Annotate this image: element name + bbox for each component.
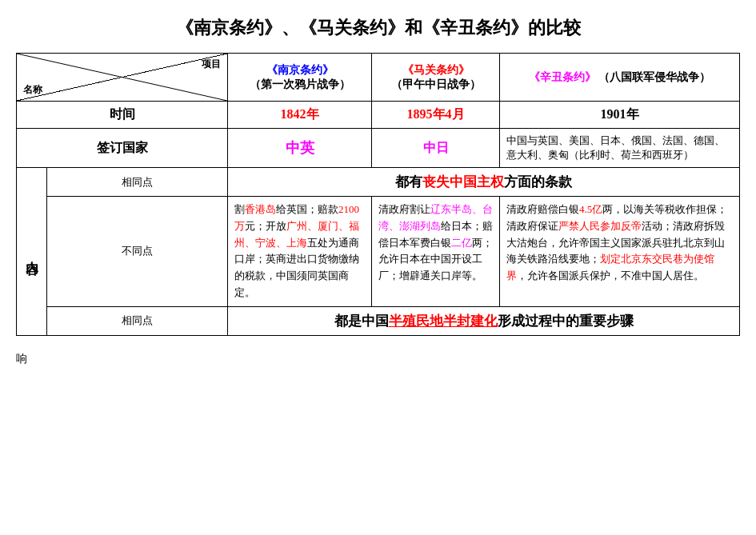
same-point-intro: 都有 — [395, 174, 422, 190]
xinchou-subtitle: （八国联军侵华战争） — [598, 71, 710, 83]
nanjing-subtitle: （第一次鸦片战争） — [250, 78, 350, 90]
same-keyword: 丧失中国主权 — [422, 174, 504, 190]
content-bottom-same-row: 相同点 都是中国半殖民地半封建化形成过程中的重要步骤 — [17, 306, 740, 335]
xinchou-sign: 中国与英国、美国、日本、俄国、法国、德国、意大利、奥匈（比利时、荷兰和西班牙） — [500, 129, 740, 168]
header-maguan: 《马关条约》 （甲午中日战争） — [372, 54, 500, 102]
time-row: 时间 1842年 1895年4月 1901年 — [17, 102, 740, 129]
bottom-same-text-cell: 都是中国半殖民地半封建化形成过程中的重要步骤 — [228, 306, 740, 335]
nanjing-sign: 中英 — [228, 129, 372, 168]
maguan-subtitle: （甲午中日战争） — [391, 78, 481, 90]
content-diff-row: 不同点 割香港岛给英国；赔款2100万元；开放广州、厦门、福州、宁波、上海五处为… — [17, 197, 740, 307]
comparison-table: 项目 名称 《南京条约》 （第一次鸦片战争） 《马关条约》 （甲午中日战争） 《… — [16, 53, 740, 336]
sign-label: 签订国家 — [17, 129, 228, 168]
xinchou-title: 《辛丑条约》 — [529, 71, 596, 83]
same-point-suffix: 方面的条款 — [504, 174, 572, 190]
time-label: 时间 — [17, 102, 228, 129]
nanjing-title: 《南京条约》 — [266, 64, 334, 76]
page-title: 《南京条约》、《马关条约》和《辛丑条约》的比较 — [16, 16, 740, 40]
content-label: 内容 — [17, 168, 47, 336]
xinchou-time: 1901年 — [500, 102, 740, 129]
nanjing-time: 1842年 — [228, 102, 372, 129]
maguan-sign: 中日 — [372, 129, 500, 168]
nanjing-diff: 割香港岛给英国；赔款2100万元；开放广州、厦门、福州、宁波、上海五处为通商口岸… — [228, 197, 372, 307]
header-nanjing: 《南京条约》 （第一次鸦片战争） — [228, 54, 372, 102]
same-point-label: 相同点 — [47, 168, 228, 197]
sign-country-row: 签订国家 中英 中日 中国与英国、美国、日本、俄国、法国、德国、意大利、奥匈（比… — [17, 129, 740, 168]
maguan-time: 1895年4月 — [372, 102, 500, 129]
bottom-same-keyword: 半殖民地半封建化 — [389, 313, 498, 329]
content-same-row: 内容 相同点 都有丧失中国主权方面的条款 — [17, 168, 740, 197]
svg-line-0 — [17, 54, 227, 101]
bottom-same-intro: 都是中国 — [334, 313, 389, 329]
diff-point-label: 不同点 — [47, 197, 228, 307]
header-name: 名称 — [23, 83, 42, 97]
header-diagonal-cell: 项目 名称 — [17, 54, 228, 102]
header-xinchou: 《辛丑条约》 （八国联军侵华战争） — [500, 54, 740, 102]
xinchou-diff: 清政府赔偿白银4.5亿两，以海关等税收作担保；清政府保证严禁人民参加反帝活动；清… — [500, 197, 740, 307]
bottom-same-suffix: 形成过程中的重要步骤 — [498, 313, 634, 329]
same-point-text-cell: 都有丧失中国主权方面的条款 — [228, 168, 740, 197]
header-project: 项目 — [202, 58, 221, 71]
bottom-same-label: 相同点 — [47, 306, 228, 335]
maguan-title: 《马关条约》 — [402, 64, 470, 76]
footer-note: 响 — [16, 352, 740, 366]
maguan-diff: 清政府割让辽东半岛、台湾、澎湖列岛给日本；赔偿日本军费白银二亿两；允许日本在中国… — [372, 197, 500, 307]
table-header-row: 项目 名称 《南京条约》 （第一次鸦片战争） 《马关条约》 （甲午中日战争） 《… — [17, 54, 740, 102]
